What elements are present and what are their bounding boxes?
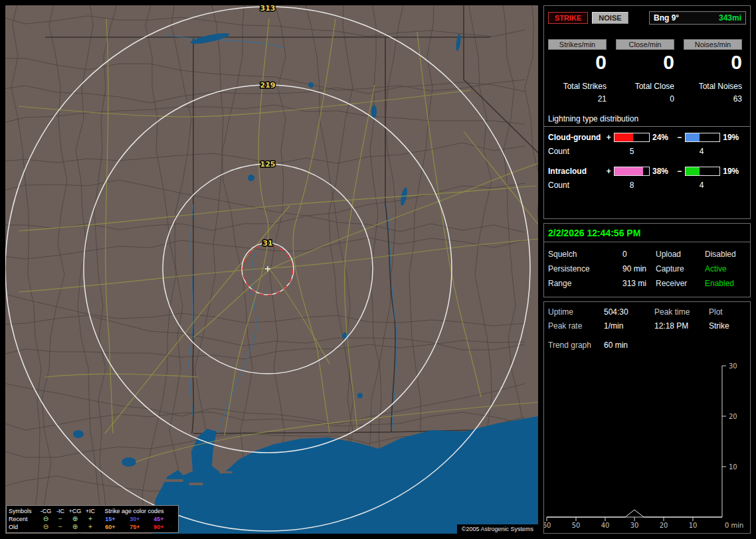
cloud-ground-positive-pct: 24% (651, 133, 676, 142)
plus-sign: + (605, 133, 613, 142)
lake (357, 393, 363, 398)
cloud-ground-negative-bar (685, 133, 721, 142)
trend-panel: Uptime 504:30 Peak time Plot Peak rate 1… (543, 301, 751, 534)
uptime-label: Uptime (548, 307, 604, 317)
lake (122, 457, 136, 467)
stats-grid: Uptime 504:30 Peak time Plot Peak rate 1… (548, 307, 746, 331)
y-tick-label: 30 (729, 362, 737, 370)
persistence-value: 90 min (622, 264, 656, 273)
legend-type-header-pcg: +CG (67, 508, 83, 514)
legend-type-header-nic: -IC (54, 508, 67, 514)
legend-age-header: Strike age color codes (98, 508, 171, 514)
count-label: Count (548, 181, 613, 190)
cloud-ground-positive-bar (614, 133, 650, 142)
pos-cg-symbol-icon: ⊕ (67, 524, 83, 530)
intracloud-negative-pct: 19% (721, 167, 746, 176)
x-tick-label: 10 (689, 522, 698, 529)
age-code-45: 45+ (147, 516, 171, 522)
legend-row-label-old: Old (9, 524, 38, 530)
lake (342, 333, 349, 339)
cloud-ground-count-row: Count 5 4 (548, 147, 746, 156)
ring-label-313: 313 (260, 5, 276, 13)
legend-type-header-pic: +IC (83, 508, 98, 514)
intracloud-count-row: Count 8 4 (548, 181, 746, 190)
persistence-label: Persistence (548, 264, 622, 273)
x-tick-label: 20 (660, 522, 668, 529)
x-tick-label: 30 (630, 522, 639, 529)
lake (371, 105, 377, 118)
total-strikes-label: Total Strikes (548, 82, 607, 91)
trend-window-value: 60 min (604, 341, 746, 350)
x-tick-label: 60 (544, 522, 551, 529)
peak-time-value: 12:18 PM (654, 321, 709, 331)
x-tick-label: 40 (601, 522, 610, 529)
trend-line (547, 510, 722, 517)
y-tick-label: 20 (729, 413, 737, 420)
minus-sign: − (676, 133, 684, 142)
bar-fill (614, 133, 632, 141)
bearing-range-display: Bng 9° 343mi (649, 11, 746, 25)
lake (248, 175, 254, 181)
x-tick-label: 50 (572, 522, 581, 529)
age-code-30: 30+ (123, 516, 147, 522)
range-label: Range (548, 279, 622, 288)
close-per-min-button[interactable]: Close/min (616, 39, 674, 50)
intracloud-positive-count: 8 (613, 181, 650, 190)
capture-status: Active (705, 264, 746, 273)
age-code-90: 90+ (147, 524, 171, 530)
legend-type-header-ncg: -CG (38, 508, 54, 514)
total-noises-label: Total Noises (684, 82, 742, 91)
intracloud-negative-bar (685, 167, 721, 176)
map-canvas: 313 219 125 31 (5, 5, 538, 534)
upload-label: Upload (656, 250, 705, 259)
copyright-notice: ©2005 Astrogenic Systems (457, 524, 538, 534)
plot-value: Strike (709, 321, 746, 331)
intracloud-distribution-row: Intracloud + 38% − 19% (548, 167, 746, 176)
total-noises-value: 63 (684, 94, 742, 104)
noises-per-min-value: 0 (684, 52, 742, 72)
neg-cg-symbol-icon: ⊖ (38, 516, 54, 522)
count-label: Count (548, 147, 613, 156)
intracloud-negative-count: 4 (683, 181, 720, 190)
close-counter-column: Close/min 0 Total Close 0 (616, 39, 674, 104)
pos-ic-symbol-icon: + (83, 516, 98, 522)
capture-label: Capture (656, 264, 705, 273)
noise-toggle-button[interactable]: NOISE (592, 12, 628, 24)
cloud-ground-negative-count: 4 (683, 147, 720, 156)
y-tick-label: 10 (729, 463, 737, 471)
strikes-per-min-value: 0 (548, 52, 607, 72)
cloud-ground-positive-count: 5 (613, 147, 650, 156)
upload-status: Disabled (705, 250, 746, 259)
bar-fill (686, 133, 700, 141)
intracloud-positive-pct: 38% (651, 167, 676, 176)
lake (308, 82, 314, 88)
strikes-counter-column: Strikes/min 0 Total Strikes 21 (548, 39, 607, 104)
intracloud-positive-bar (614, 167, 650, 176)
neg-cg-symbol-icon: ⊖ (38, 524, 54, 530)
plot-label: Plot (709, 307, 746, 317)
ring-label-125: 125 (260, 160, 276, 169)
age-code-15: 15+ (98, 516, 123, 522)
bearing-distance: 343mi (719, 13, 741, 23)
range-value: 313 mi (622, 279, 656, 288)
strikes-per-min-button[interactable]: Strikes/min (548, 39, 607, 50)
total-close-label: Total Close (616, 82, 674, 91)
trend-graph-header: Trend graph 60 min (548, 341, 746, 350)
datetime-display: 2/2/2026 12:44:56 PM (548, 228, 746, 238)
receiver-status: Enabled (705, 279, 746, 288)
cloud-ground-distribution-row: Cloud-ground + 24% − 19% (548, 133, 746, 142)
bar-fill (686, 167, 700, 175)
peak-rate-label: Peak rate (548, 321, 604, 331)
pos-cg-symbol-icon: ⊕ (67, 516, 83, 522)
uptime-value: 504:30 (604, 307, 654, 317)
plus-sign: + (605, 167, 613, 176)
strike-toggle-button[interactable]: STRIKE (548, 12, 588, 24)
trend-graph-label: Trend graph (548, 341, 604, 350)
noises-per-min-button[interactable]: Noises/min (684, 39, 742, 50)
squelch-label: Squelch (548, 250, 622, 259)
age-code-60: 60+ (98, 524, 123, 530)
lightning-map[interactable]: 313 219 125 31 Symbols -CG -IC +CG +IC S… (5, 5, 538, 534)
age-code-75: 75+ (123, 524, 147, 530)
divider (544, 242, 750, 242)
bearing-value: Bng 9° (654, 13, 679, 23)
